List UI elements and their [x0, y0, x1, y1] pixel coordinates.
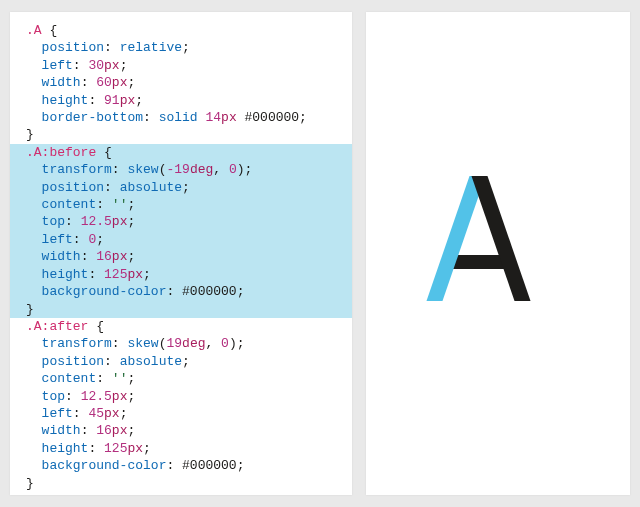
code-line[interactable]: position: relative; — [10, 39, 352, 56]
code-line[interactable]: top: 12.5px; — [10, 213, 352, 230]
code-line[interactable]: height: 125px; — [10, 440, 352, 457]
code-panel[interactable]: .A { position: relative; left: 30px; wid… — [10, 12, 352, 495]
preview-letter-a — [448, 164, 508, 269]
code-line[interactable]: content: ''; — [10, 196, 352, 213]
code-line[interactable]: content: ''; — [10, 370, 352, 387]
panel-container: .A { position: relative; left: 30px; wid… — [0, 0, 640, 507]
code-line[interactable]: left: 45px; — [10, 405, 352, 422]
code-line[interactable]: width: 16px; — [10, 248, 352, 265]
code-line[interactable]: } — [10, 301, 352, 318]
code-line[interactable]: transform: skew(-19deg, 0); — [10, 161, 352, 178]
code-line[interactable]: .A:after { — [10, 318, 352, 335]
css-code-block[interactable]: .A { position: relative; left: 30px; wid… — [10, 22, 352, 492]
code-line[interactable]: } — [10, 475, 352, 492]
code-line[interactable]: height: 91px; — [10, 92, 352, 109]
code-line[interactable]: .A { — [10, 22, 352, 39]
preview-panel — [366, 12, 630, 495]
code-line[interactable]: border-bottom: solid 14px #000000; — [10, 109, 352, 126]
code-line[interactable]: left: 30px; — [10, 57, 352, 74]
code-line[interactable]: } — [10, 126, 352, 143]
code-line[interactable]: position: absolute; — [10, 179, 352, 196]
code-line[interactable]: left: 0; — [10, 231, 352, 248]
preview-shape-wrap — [418, 164, 578, 344]
code-line[interactable]: background-color: #000000; — [10, 283, 352, 300]
code-line[interactable]: transform: skew(19deg, 0); — [10, 335, 352, 352]
code-line[interactable]: height: 125px; — [10, 266, 352, 283]
code-line[interactable]: position: absolute; — [10, 353, 352, 370]
code-line[interactable]: width: 16px; — [10, 422, 352, 439]
code-line[interactable]: .A:before { — [10, 144, 352, 161]
code-line[interactable]: top: 12.5px; — [10, 388, 352, 405]
code-line[interactable]: background-color: #000000; — [10, 457, 352, 474]
code-line[interactable]: width: 60px; — [10, 74, 352, 91]
